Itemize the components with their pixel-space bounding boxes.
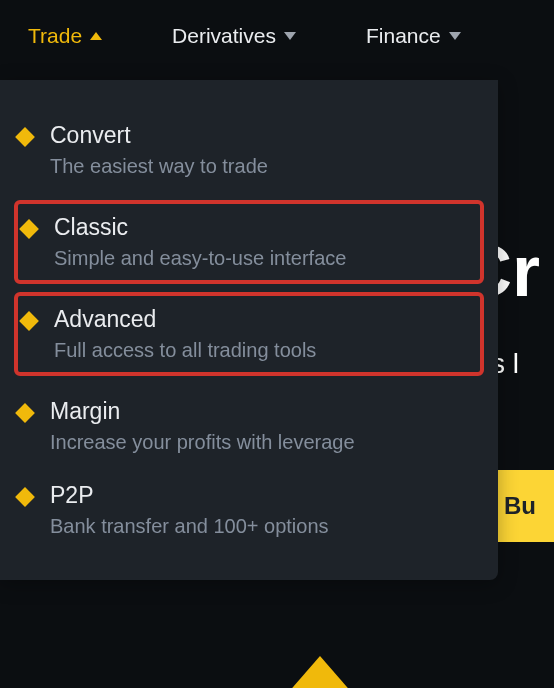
menu-item-title: Classic [54,214,468,241]
diamond-icon [15,487,35,507]
nav-trade-label: Trade [28,24,82,48]
menu-item-desc: Bank transfer and 100+ options [50,515,472,538]
menu-item-title: Margin [50,398,472,425]
bottom-strip [0,650,554,688]
menu-item-classic[interactable]: Classic Simple and easy-to-use interface [14,200,484,284]
menu-item-title: Convert [50,122,472,149]
menu-item-margin[interactable]: Margin Increase your profits with levera… [0,384,498,468]
caret-down-icon [284,32,296,40]
menu-item-desc: The easiest way to trade [50,155,472,178]
triangle-accent-icon [280,656,360,688]
diamond-icon [15,403,35,423]
diamond-icon [15,127,35,147]
menu-item-p2p[interactable]: P2P Bank transfer and 100+ options [0,468,498,552]
menu-item-title: Advanced [54,306,468,333]
nav-finance-label: Finance [366,24,441,48]
diamond-icon [19,311,39,331]
menu-item-desc: Simple and easy-to-use interface [54,247,468,270]
nav-finance[interactable]: Finance [366,24,461,48]
caret-up-icon [90,32,102,40]
nav-derivatives-label: Derivatives [172,24,276,48]
trade-dropdown: Convert The easiest way to trade Classic… [0,80,498,580]
menu-item-title: P2P [50,482,472,509]
caret-down-icon [449,32,461,40]
menu-item-desc: Increase your profits with leverage [50,431,472,454]
diamond-icon [19,219,39,239]
nav-trade[interactable]: Trade [28,24,102,48]
menu-item-advanced[interactable]: Advanced Full access to all trading tool… [14,292,484,376]
menu-item-desc: Full access to all trading tools [54,339,468,362]
top-navigation: Trade Derivatives Finance [0,0,554,72]
nav-derivatives[interactable]: Derivatives [172,24,296,48]
menu-item-convert[interactable]: Convert The easiest way to trade [0,108,498,192]
